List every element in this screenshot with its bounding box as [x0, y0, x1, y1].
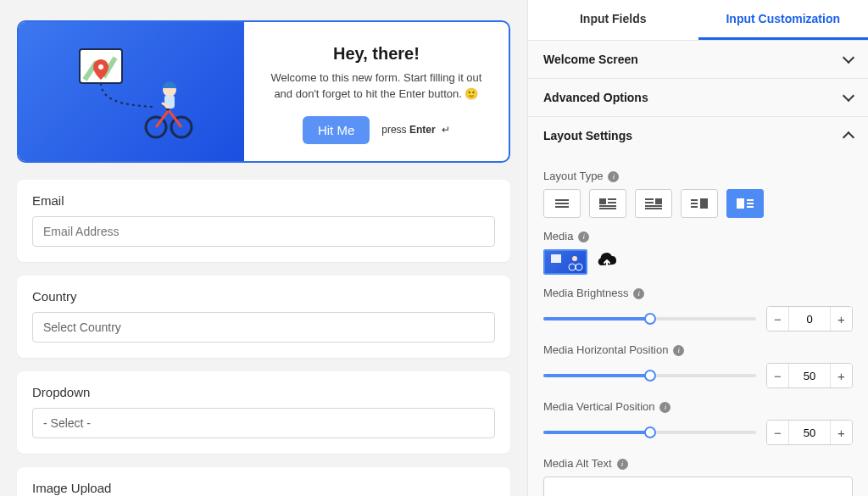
- acc-welcome-screen-title: Welcome Screen: [543, 53, 638, 66]
- tab-row: Input Fields Input Customization: [528, 0, 868, 41]
- layout-type-split-right[interactable]: [681, 189, 718, 218]
- acc-advanced-options-title: Advanced Options: [543, 91, 648, 104]
- svg-rect-31: [551, 254, 561, 263]
- vpos-row: − +: [543, 420, 853, 445]
- hpos-slider[interactable]: [543, 374, 756, 377]
- svg-rect-13: [599, 198, 606, 204]
- hpos-label: Media Horizontal Position: [543, 343, 668, 356]
- image-upload-card: Image Upload Choose File: [17, 467, 510, 496]
- layout-type-float-right[interactable]: [635, 189, 672, 218]
- svg-point-32: [569, 264, 576, 270]
- welcome-title: Hey, there!: [261, 44, 492, 64]
- vpos-stepper: − +: [766, 420, 853, 445]
- press-key: Enter: [409, 124, 436, 136]
- welcome-illustration: [59, 41, 203, 142]
- acc-advanced-options: Advanced Options: [528, 79, 868, 117]
- acc-layout-settings: Layout Settings Layout Type i: [528, 117, 868, 496]
- chevron-up-icon: [843, 131, 854, 143]
- form-preview-column: Hey, there! Welcome to this new form. St…: [0, 0, 527, 496]
- email-input[interactable]: [32, 216, 495, 247]
- vpos-increment[interactable]: +: [830, 421, 852, 444]
- settings-panel: Input Fields Input Customization Welcome…: [527, 0, 868, 496]
- hpos-increment[interactable]: +: [830, 364, 852, 387]
- acc-welcome-screen-header[interactable]: Welcome Screen: [528, 41, 868, 78]
- brightness-stepper: − +: [766, 306, 853, 332]
- layout-type-group: [543, 189, 853, 218]
- info-icon: i: [578, 231, 589, 242]
- upload-cloud-icon[interactable]: [596, 253, 618, 272]
- dropdown-select[interactable]: - Select -: [32, 408, 495, 438]
- alt-text-input[interactable]: [543, 476, 853, 496]
- acc-layout-settings-body: Layout Type i: [528, 154, 868, 496]
- tab-input-customization[interactable]: Input Customization: [698, 0, 869, 40]
- svg-rect-18: [655, 198, 662, 204]
- media-label: Media: [543, 230, 573, 242]
- hpos-row: − +: [543, 363, 853, 388]
- chevron-down-icon: [843, 90, 854, 102]
- vpos-decrement[interactable]: −: [767, 421, 789, 444]
- svg-point-34: [572, 256, 577, 261]
- country-select[interactable]: Select Country: [32, 312, 495, 343]
- svg-point-33: [576, 264, 582, 270]
- brightness-value[interactable]: [789, 307, 830, 331]
- svg-rect-26: [700, 198, 708, 209]
- media-row: [543, 249, 853, 275]
- email-label: Email: [32, 193, 495, 208]
- chevron-down-icon: [843, 52, 854, 64]
- dropdown-select-placeholder: - Select -: [43, 416, 91, 430]
- layout-type-split-left[interactable]: [726, 189, 764, 218]
- layout-type-float-left[interactable]: [589, 189, 626, 218]
- brightness-decrement[interactable]: −: [767, 307, 789, 331]
- info-icon: i: [673, 345, 684, 356]
- layout-type-lines[interactable]: [543, 189, 581, 218]
- welcome-description: Welcome to this new form. Start filling …: [261, 70, 492, 103]
- country-select-placeholder: Select Country: [43, 320, 121, 334]
- welcome-body: Hey, there! Welcome to this new form. St…: [244, 22, 509, 161]
- info-icon: i: [633, 288, 644, 299]
- acc-layout-settings-title: Layout Settings: [543, 129, 632, 142]
- enter-icon: ↵: [442, 124, 450, 136]
- hpos-stepper: − +: [766, 363, 853, 388]
- vpos-slider[interactable]: [543, 431, 756, 434]
- vpos-value[interactable]: [789, 421, 830, 444]
- acc-welcome-screen: Welcome Screen: [528, 41, 868, 79]
- brightness-slider[interactable]: [543, 317, 756, 320]
- svg-rect-27: [737, 198, 744, 209]
- dropdown-label: Dropdown: [32, 385, 495, 399]
- country-label: Country: [32, 289, 495, 304]
- svg-point-1: [98, 64, 103, 70]
- vpos-label: Media Vertical Position: [543, 400, 655, 413]
- brightness-label: Media Brightness: [543, 287, 628, 299]
- welcome-card: Hey, there! Welcome to this new form. St…: [17, 20, 510, 163]
- image-upload-label: Image Upload: [32, 481, 495, 495]
- info-icon: i: [608, 171, 619, 182]
- info-icon: i: [617, 459, 628, 470]
- brightness-row: − +: [543, 306, 853, 332]
- brightness-increment[interactable]: +: [830, 307, 852, 331]
- tab-input-fields[interactable]: Input Fields: [528, 0, 698, 40]
- layout-type-label: Layout Type: [543, 170, 604, 182]
- welcome-media: [19, 22, 244, 161]
- welcome-cta-row: Hit Me press Enter ↵: [303, 116, 450, 144]
- info-icon: i: [659, 402, 670, 413]
- hit-me-button[interactable]: Hit Me: [303, 116, 370, 144]
- acc-advanced-options-header[interactable]: Advanced Options: [528, 79, 868, 116]
- media-thumbnail[interactable]: [543, 249, 587, 275]
- dropdown-card: Dropdown - Select -: [17, 371, 510, 454]
- hpos-value[interactable]: [789, 364, 830, 387]
- country-card: Country Select Country: [17, 276, 510, 358]
- press-prefix: press: [381, 124, 406, 136]
- press-enter-hint: press Enter ↵: [381, 124, 450, 136]
- hpos-decrement[interactable]: −: [767, 364, 789, 387]
- acc-layout-settings-header[interactable]: Layout Settings: [528, 117, 868, 154]
- alt-label: Media Alt Text: [543, 457, 612, 470]
- email-card: Email: [17, 180, 510, 262]
